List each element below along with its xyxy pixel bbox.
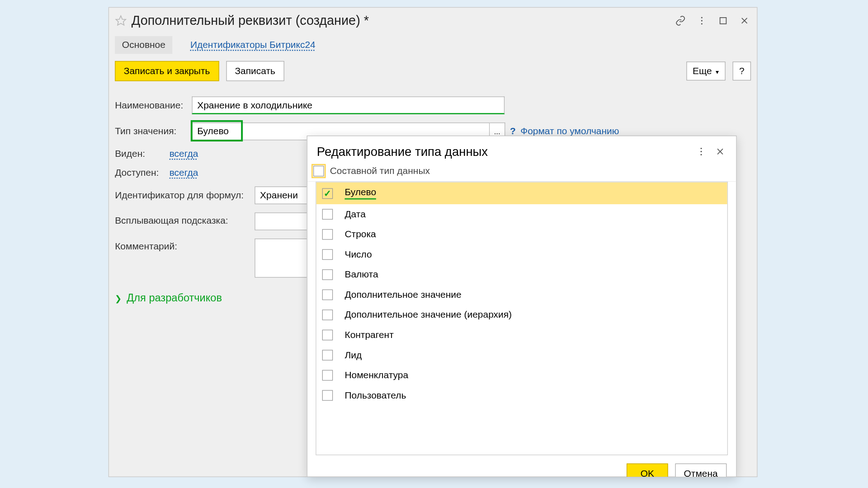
chevron-right-icon: ❯ xyxy=(115,293,122,303)
type-item-checkbox[interactable] xyxy=(322,229,333,240)
tooltip-label: Всплывающая подсказка: xyxy=(115,212,255,227)
favorite-star-icon[interactable] xyxy=(115,15,127,27)
type-item-label: Дополнительное значение xyxy=(344,290,461,300)
type-item-label: Номенклатура xyxy=(344,370,408,381)
type-item[interactable]: Номенклатура xyxy=(316,365,727,385)
type-item-checkbox[interactable] xyxy=(322,390,333,401)
window-title: Дополнительный реквизит (создание) * xyxy=(132,13,674,28)
type-item-label: Число xyxy=(344,249,372,260)
svg-point-9 xyxy=(700,154,702,155)
tab-bitrix-ids[interactable]: Идентификаторы Битрикс24 xyxy=(183,36,322,54)
type-item-checkbox[interactable] xyxy=(322,188,333,199)
title-bar: Дополнительный реквизит (создание) * xyxy=(109,8,757,34)
type-item-checkbox[interactable] xyxy=(322,330,333,341)
type-item-checkbox[interactable] xyxy=(322,249,333,260)
chevron-down-icon: ▾ xyxy=(716,68,719,75)
tab-main[interactable]: Основное xyxy=(115,36,172,54)
type-item[interactable]: Дата xyxy=(316,204,727,225)
type-item[interactable]: Валюта xyxy=(316,265,727,285)
dialog-kebab-icon[interactable] xyxy=(695,145,708,158)
save-and-close-button[interactable]: Записать и закрыть xyxy=(115,61,219,81)
type-item-checkbox[interactable] xyxy=(322,310,333,320)
type-item-label: Строка xyxy=(344,229,376,240)
available-value-link[interactable]: всегда xyxy=(170,168,198,178)
type-item-label: Валюта xyxy=(344,269,378,280)
type-item-label: Булево xyxy=(344,187,376,200)
save-button[interactable]: Записать xyxy=(226,61,284,81)
command-bar: Записать и закрыть Записать Еще▾ ? xyxy=(109,54,757,88)
dialog-ok-button[interactable]: OK xyxy=(627,464,668,477)
type-item-label: Дополнительное значение (иерархия) xyxy=(344,310,512,320)
type-item-checkbox[interactable] xyxy=(322,370,333,381)
type-item[interactable]: Дополнительное значение (иерархия) xyxy=(316,305,727,325)
type-item-label: Пользователь xyxy=(344,390,406,401)
svg-point-7 xyxy=(700,148,702,149)
link-icon[interactable] xyxy=(674,14,687,27)
visible-value-link[interactable]: всегда xyxy=(170,149,198,160)
svg-point-1 xyxy=(701,17,703,18)
type-item-label: Дата xyxy=(344,209,365,220)
visible-label: Виден: xyxy=(115,149,167,160)
help-button[interactable]: ? xyxy=(733,61,751,80)
type-label: Тип значения: xyxy=(115,126,192,137)
developers-section-label: Для разработчиков xyxy=(127,292,222,305)
type-item-checkbox[interactable] xyxy=(322,269,333,280)
type-item-checkbox[interactable] xyxy=(322,350,333,361)
type-item[interactable]: Лид xyxy=(316,345,727,366)
type-item[interactable]: Строка xyxy=(316,224,727,244)
composite-type-checkbox[interactable] xyxy=(313,166,324,177)
name-input[interactable] xyxy=(192,97,505,114)
svg-rect-4 xyxy=(720,18,726,24)
name-label: Наименование: xyxy=(115,100,192,111)
formula-id-label: Идентификатор для формул: xyxy=(115,190,255,201)
type-item[interactable]: Дополнительное значение xyxy=(316,285,727,305)
svg-point-2 xyxy=(701,20,703,21)
tab-bar: Основное Идентификаторы Битрикс24 xyxy=(109,34,757,54)
dialog-title: Редактирование типа данных xyxy=(317,145,695,159)
type-list[interactable]: БулевоДатаСтрокаЧислоВалютаДополнительно… xyxy=(316,182,728,455)
comment-label: Комментарий: xyxy=(115,239,255,252)
close-icon[interactable] xyxy=(738,14,751,27)
more-button[interactable]: Еще▾ xyxy=(686,61,726,80)
maximize-icon[interactable] xyxy=(717,14,730,27)
type-item[interactable]: Контрагент xyxy=(316,325,727,345)
dialog-close-icon[interactable] xyxy=(714,145,727,158)
type-item-checkbox[interactable] xyxy=(322,290,333,300)
svg-point-3 xyxy=(701,23,703,24)
type-item[interactable]: Число xyxy=(316,244,727,265)
data-type-dialog: Редактирование типа данных Составной тип… xyxy=(307,136,737,477)
svg-marker-0 xyxy=(116,16,126,25)
type-item-label: Лид xyxy=(344,350,362,361)
available-label: Доступен: xyxy=(115,168,167,178)
type-item-label: Контрагент xyxy=(344,330,393,341)
type-item-checkbox[interactable] xyxy=(322,209,333,220)
svg-point-8 xyxy=(700,151,702,152)
composite-type-label: Составной тип данных xyxy=(330,166,430,177)
dialog-cancel-button[interactable]: Отмена xyxy=(675,464,727,477)
type-item[interactable]: Булево xyxy=(316,182,727,204)
kebab-menu-icon[interactable] xyxy=(695,14,708,27)
type-item[interactable]: Пользователь xyxy=(316,385,727,406)
